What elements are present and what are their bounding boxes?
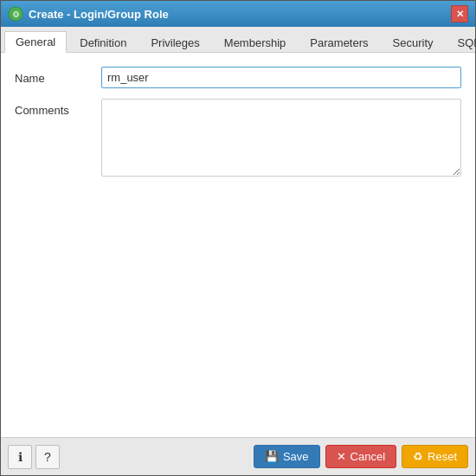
comments-row: Comments	[15, 99, 461, 177]
save-button[interactable]: 💾 Save	[254, 445, 320, 468]
cancel-label: Cancel	[351, 450, 385, 463]
tab-sql[interactable]: SQL	[447, 32, 476, 53]
main-window: ⚙ Create - Login/Group Role ✕ General De…	[0, 0, 476, 476]
reset-label: Reset	[428, 450, 457, 463]
tab-bar: General Definition Privileges Membership…	[1, 27, 475, 53]
info-button[interactable]: ℹ	[8, 445, 32, 469]
tab-general[interactable]: General	[4, 31, 67, 53]
comments-input[interactable]	[101, 99, 461, 177]
window-title: Create - Login/Group Role	[29, 8, 169, 21]
reset-icon: ♻	[413, 450, 423, 463]
comments-label: Comments	[15, 99, 101, 117]
tab-privileges[interactable]: Privileges	[139, 32, 210, 53]
tab-membership[interactable]: Membership	[213, 32, 298, 53]
close-button[interactable]: ✕	[451, 5, 468, 23]
footer-left-buttons: ℹ ?	[8, 445, 60, 469]
cancel-button[interactable]: ✕ Cancel	[325, 445, 396, 468]
tab-parameters[interactable]: Parameters	[299, 32, 379, 53]
name-row: Name	[15, 67, 461, 88]
app-icon: ⚙	[8, 6, 23, 22]
name-label: Name	[15, 67, 101, 85]
name-input[interactable]	[101, 67, 461, 88]
reset-button[interactable]: ♻ Reset	[402, 445, 468, 468]
footer: ℹ ? 💾 Save ✕ Cancel ♻ Reset	[1, 437, 475, 475]
form-content: Name Comments	[1, 53, 475, 437]
tab-definition[interactable]: Definition	[68, 32, 138, 53]
help-button[interactable]: ?	[35, 445, 60, 469]
titlebar-left: ⚙ Create - Login/Group Role	[8, 6, 169, 22]
svg-text:⚙: ⚙	[12, 10, 20, 19]
save-icon: 💾	[265, 450, 279, 463]
titlebar: ⚙ Create - Login/Group Role ✕	[1, 1, 475, 27]
cancel-icon: ✕	[337, 450, 346, 463]
footer-right-buttons: 💾 Save ✕ Cancel ♻ Reset	[254, 445, 468, 468]
save-label: Save	[283, 450, 309, 463]
tab-security[interactable]: Security	[382, 32, 445, 53]
